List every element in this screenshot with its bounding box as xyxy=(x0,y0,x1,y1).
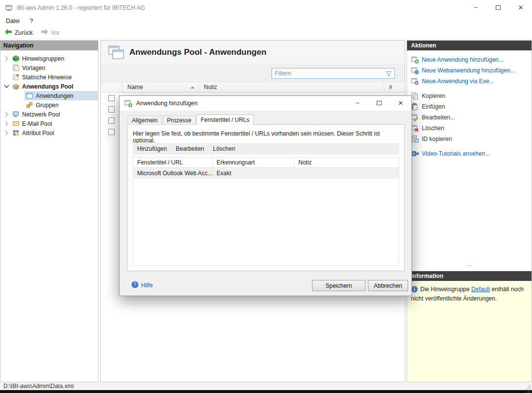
data-file-path: D:\IBI-aws\Admin\Data.xml xyxy=(3,383,73,390)
menubar: Datei ? xyxy=(0,16,532,26)
sidebar-item-statische-hinweise[interactable]: Statische Hinweise xyxy=(0,72,98,82)
edit-icon xyxy=(411,114,419,121)
new-application-exe-icon xyxy=(411,77,419,85)
hint-groups-icon xyxy=(12,55,20,63)
maximize-icon[interactable] xyxy=(487,0,509,15)
column-header-count[interactable]: # xyxy=(384,82,405,92)
dialog-maximize-icon[interactable] xyxy=(368,96,390,110)
menu-help[interactable]: ? xyxy=(25,17,38,25)
copy-id-icon xyxy=(411,135,419,143)
video-tutorials-icon xyxy=(411,150,419,158)
sidebar-item-anwendungen[interactable]: Anwendungen xyxy=(0,91,98,100)
templates-icon xyxy=(12,64,20,72)
static-hints-icon xyxy=(12,73,20,81)
list-header: Name Notiz # xyxy=(101,82,405,92)
navigation-toolbar: Zurück Vor xyxy=(0,26,532,39)
action-neue-anwendung-exe[interactable]: Neue Anwendung via Exe... xyxy=(407,76,532,87)
navigation-header: Navigation xyxy=(0,41,98,50)
row-checkbox[interactable] xyxy=(108,117,115,124)
action-einfuegen[interactable]: Einfügen xyxy=(407,101,532,112)
sidebar-item-hinweisgruppen[interactable]: Hinweisgruppen xyxy=(0,54,98,63)
cancel-button[interactable]: Abbrechen xyxy=(368,280,408,291)
sidebar-item-attribut-pool[interactable]: Attribut Pool xyxy=(0,128,98,138)
filter-row xyxy=(101,64,405,82)
row-checkbox[interactable] xyxy=(108,129,115,135)
minimize-icon[interactable]: − xyxy=(464,0,487,15)
delete-entry-button[interactable]: Löschen xyxy=(209,145,240,152)
attribute-pool-icon xyxy=(12,129,20,137)
checkbox-column-header[interactable] xyxy=(101,82,122,92)
chevron-down-icon[interactable] xyxy=(2,85,11,88)
dialog-description: Hier legen Sie fest, ob bestimmte Fenste… xyxy=(128,125,404,144)
chevron-right-icon[interactable] xyxy=(2,56,11,61)
app-pool-icon xyxy=(12,83,20,91)
action-bearbeiten[interactable]: Bearbeiten... xyxy=(407,112,532,123)
sidebar-item-vorlagen[interactable]: Vorlagen xyxy=(0,63,98,72)
column-header-name[interactable]: Name xyxy=(122,82,199,92)
forward-button[interactable]: Vor xyxy=(37,27,63,38)
dialog-toolbar: Hinzufügen Bearbeiten Löschen xyxy=(133,143,399,155)
tab-prozesse[interactable]: Prozesse xyxy=(163,116,196,125)
action-loeschen[interactable]: Löschen xyxy=(407,123,532,134)
dialog-minimize-icon[interactable]: − xyxy=(347,96,368,110)
action-kopieren[interactable]: Kopieren xyxy=(407,91,532,101)
back-button[interactable]: Zurück xyxy=(1,27,36,38)
row-checkbox[interactable] xyxy=(108,95,115,101)
navigation-panel: Navigation Hinweisgruppen Vorlagen Stati… xyxy=(0,40,98,382)
app-icon xyxy=(5,4,13,12)
info-icon xyxy=(411,286,418,295)
filter-input[interactable] xyxy=(272,70,386,77)
email-pool-icon xyxy=(12,120,20,128)
actions-overflow[interactable]: ... xyxy=(407,261,532,268)
dialog-close-icon[interactable]: ✕ xyxy=(390,96,411,110)
save-button[interactable]: Speichern xyxy=(312,280,365,291)
row-checkbox[interactable] xyxy=(108,106,115,113)
action-id-kopieren[interactable]: ID kopieren xyxy=(407,134,532,144)
tab-fenstertitel-urls[interactable]: Fenstertitel / URLs xyxy=(196,115,254,125)
sidebar-item-gruppen[interactable]: Gruppen xyxy=(0,100,98,110)
new-application-icon xyxy=(411,56,419,64)
help-link[interactable]: ? Hilfe xyxy=(131,281,153,290)
network-pool-icon xyxy=(12,111,20,118)
dialog-table-body[interactable] xyxy=(133,179,399,266)
chevron-right-icon[interactable] xyxy=(2,121,11,126)
filter-funnel-icon[interactable] xyxy=(386,70,392,77)
column-header-erkennungsart[interactable]: Erkennungsart xyxy=(213,158,294,167)
tab-allgemein[interactable]: Allgemein xyxy=(127,116,162,125)
row-note-cell xyxy=(294,168,399,179)
chevron-right-icon[interactable] xyxy=(2,112,11,117)
corner-grip-icon: .:: xyxy=(527,390,530,393)
back-arrow-icon xyxy=(4,28,12,37)
page-title: Anwendungs Pool - Anwendungen xyxy=(129,47,266,57)
window-titlebar: IBI-aws Admin 1.26.0 - registriert für I… xyxy=(0,0,532,16)
action-neue-anwendung[interactable]: Neue Anwendung hinzufügen... xyxy=(407,54,532,65)
add-entry-button[interactable]: Hinzufügen xyxy=(133,145,171,152)
dialog-tab-content: Hier legen Sie fest, ob bestimmte Fenste… xyxy=(127,124,405,271)
column-header-fenstertitel-url[interactable]: Fenstertitel / URL xyxy=(133,158,213,167)
dialog-tabs: Allgemein Prozesse Fenstertitel / URLs xyxy=(127,114,254,125)
applications-icon xyxy=(25,92,33,100)
paste-icon xyxy=(411,103,419,111)
status-bar: D:\IBI-aws\Admin\Data.xml xyxy=(0,382,532,390)
forward-arrow-icon xyxy=(41,28,48,37)
sidebar-item-anwendungs-pool[interactable]: Anwendungs Pool xyxy=(0,82,98,91)
dialog-title: Anwendung hinzufügen xyxy=(136,100,197,107)
column-header-notiz[interactable]: Notiz xyxy=(294,158,399,167)
chevron-right-icon[interactable] xyxy=(2,130,11,136)
dialog-titlebar[interactable]: Anwendung hinzufügen − ✕ xyxy=(120,96,411,111)
close-icon[interactable]: ✕ xyxy=(509,0,532,15)
menu-datei[interactable]: Datei xyxy=(1,17,24,25)
default-group-link[interactable]: Default xyxy=(471,286,490,293)
table-row[interactable]: Microsoft Outlook Web Acc... Exakt xyxy=(133,168,399,179)
add-application-dialog: Anwendung hinzufügen − ✕ Allgemein Proze… xyxy=(119,95,412,296)
action-neue-webanwendung[interactable]: Neue Webanwendung hinzufügen... xyxy=(407,65,532,76)
information-header: Information xyxy=(407,271,532,281)
column-header-notiz[interactable]: Notiz xyxy=(199,82,384,92)
edit-entry-button[interactable]: Bearbeiten xyxy=(171,145,209,152)
sidebar-item-email-pool[interactable]: E-Mail Pool xyxy=(0,119,98,128)
sidebar-item-netzwerk-pool[interactable]: Netzwerk Pool xyxy=(0,110,98,119)
action-video-tutorials[interactable]: Video-Tutorials ansehen... xyxy=(407,148,532,159)
filter-box[interactable] xyxy=(271,68,395,79)
row-type-cell: Exakt xyxy=(213,168,294,179)
dialog-table-header: Fenstertitel / URL Erkennungsart Notiz xyxy=(133,157,399,168)
